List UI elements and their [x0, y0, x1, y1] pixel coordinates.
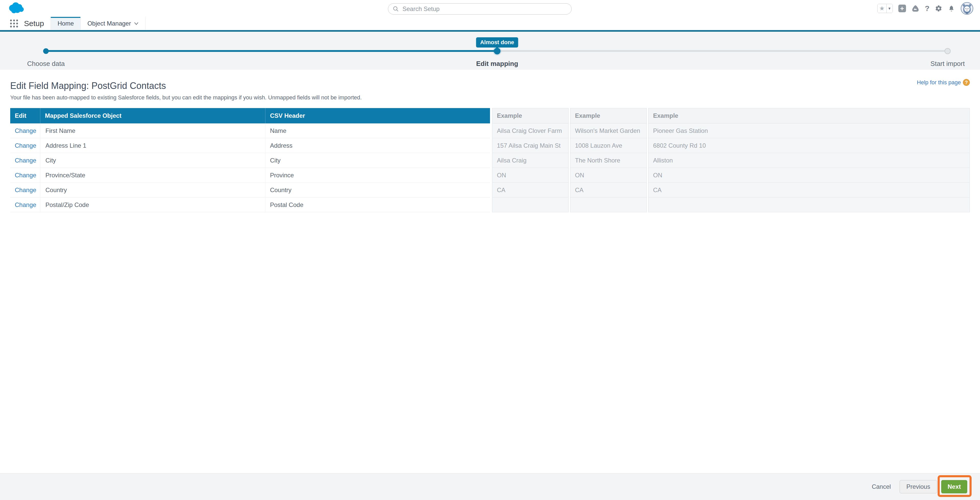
notifications-bell-icon[interactable] — [948, 5, 955, 12]
example-cell: The North Shore — [570, 153, 647, 168]
example-cell — [648, 198, 970, 212]
csv-header-cell: Name — [266, 123, 490, 138]
search-setup-box — [388, 3, 572, 14]
column-gap — [490, 138, 492, 153]
column-gap — [490, 198, 492, 212]
table-row: ChangeAddress Line 1Address157 Ailsa Cra… — [10, 138, 970, 153]
edit-cell: Change — [10, 198, 40, 212]
salesforce-cloud-logo — [7, 1, 25, 15]
example-cell: CA — [648, 183, 970, 198]
favorites-combo-button: ★ ▼ — [877, 4, 893, 13]
edit-cell: Change — [10, 153, 40, 168]
example-cell: Wilson's Market Garden — [570, 123, 647, 138]
chevron-down-icon — [134, 22, 138, 25]
quick-create-plus-icon[interactable]: + — [898, 5, 906, 12]
edit-cell: Change — [10, 168, 40, 183]
example-cell: Ailsa Craig Clover Farm — [492, 123, 569, 138]
help-for-this-page-link[interactable]: Help for this page ? — [917, 79, 970, 86]
progress-track-fill — [46, 50, 497, 52]
change-link[interactable]: Change — [15, 157, 36, 164]
column-gap — [490, 108, 492, 123]
step-label-choose-data: Choose data — [27, 60, 65, 68]
example-cell: Alliston — [648, 153, 970, 168]
mapped-salesforce-object-cell: Postal/Zip Code — [40, 198, 266, 212]
mapped-salesforce-object-cell: Address Line 1 — [40, 138, 266, 153]
column-header-csv-header: CSV Header — [266, 108, 490, 123]
table-body: ChangeFirst NameNameAilsa Craig Clover F… — [10, 123, 970, 212]
almost-done-badge: Almost done — [476, 37, 518, 48]
help-question-icon[interactable]: ? — [925, 4, 929, 13]
tab-object-manager[interactable]: Object Manager — [81, 17, 145, 30]
csv-header-cell: Province — [266, 168, 490, 183]
csv-header-cell: Postal Code — [266, 198, 490, 212]
table-row: ChangeCountryCountryCACACA — [10, 183, 970, 198]
column-gap — [490, 183, 492, 198]
page-description: Your file has been auto-mapped to existi… — [10, 94, 970, 101]
csv-header-cell: Country — [266, 183, 490, 198]
help-circle-icon: ? — [963, 79, 970, 86]
table-row: ChangeProvince/StateProvinceONONON — [10, 168, 970, 183]
setup-app-label: Setup — [24, 19, 44, 28]
tab-object-manager-label: Object Manager — [87, 20, 131, 27]
user-avatar[interactable] — [961, 2, 974, 15]
step-dot-edit-mapping — [494, 48, 501, 54]
csv-header-cell: Address — [266, 138, 490, 153]
column-header-example-1: Example — [492, 108, 569, 123]
example-cell: 157 Ailsa Craig Main St — [492, 138, 569, 153]
column-header-mapped-object: Mapped Salesforce Object — [40, 108, 266, 123]
help-link-label: Help for this page — [917, 79, 961, 86]
table-row: ChangePostal/Zip CodePostal Code — [10, 198, 970, 212]
tab-home[interactable]: Home — [51, 17, 81, 30]
search-icon — [393, 6, 399, 12]
change-link[interactable]: Change — [15, 172, 36, 179]
setup-gear-icon[interactable] — [935, 5, 942, 12]
mapped-salesforce-object-cell: City — [40, 153, 266, 168]
step-dot-choose-data — [43, 48, 49, 54]
step-label-edit-mapping: Edit mapping — [476, 60, 518, 68]
edit-cell: Change — [10, 123, 40, 138]
example-cell: 1008 Lauzon Ave — [570, 138, 647, 153]
example-cell: ON — [570, 168, 647, 183]
example-cell: CA — [570, 183, 647, 198]
import-progress-panel: Almost done Choose data Edit mapping Sta… — [0, 30, 980, 70]
setup-nav-bar: Setup Home Object Manager — [0, 17, 980, 30]
example-cell: ON — [648, 168, 970, 183]
edit-cell: Change — [10, 183, 40, 198]
table-header-row: Edit Mapped Salesforce Object CSV Header… — [10, 108, 970, 123]
header-icon-cluster: ★ ▼ + ? — [877, 0, 974, 17]
change-link[interactable]: Change — [15, 142, 36, 149]
column-gap — [490, 168, 492, 183]
column-gap — [490, 153, 492, 168]
global-header: ★ ▼ + ? — [0, 0, 980, 17]
example-cell: Pioneer Gas Station — [648, 123, 970, 138]
example-cell — [570, 198, 647, 212]
footer-action-bar: Cancel Previous Next — [0, 473, 980, 500]
column-gap — [490, 123, 492, 138]
column-header-edit: Edit — [10, 108, 40, 123]
example-cell: Ailsa Craig — [492, 153, 569, 168]
next-button[interactable]: Next — [941, 480, 967, 494]
previous-button[interactable]: Previous — [900, 480, 937, 494]
table-row: ChangeFirst NameNameAilsa Craig Clover F… — [10, 123, 970, 138]
change-link[interactable]: Change — [15, 201, 36, 208]
page-title: Edit Field Mapping: PostGrid Contacts — [10, 80, 970, 91]
search-input[interactable] — [402, 5, 567, 13]
trailhead-icon[interactable] — [912, 5, 919, 12]
app-launcher-waffle-icon[interactable] — [10, 19, 18, 28]
example-cell: CA — [492, 183, 569, 198]
favorites-star-icon[interactable]: ★ — [878, 4, 886, 13]
favorites-caret-icon[interactable]: ▼ — [886, 4, 892, 13]
mapped-salesforce-object-cell: First Name — [40, 123, 266, 138]
example-cell: 6802 County Rd 10 — [648, 138, 970, 153]
step-dot-start-import — [945, 48, 951, 54]
step-label-start-import: Start import — [931, 60, 965, 68]
example-cell — [492, 198, 569, 212]
change-link[interactable]: Change — [15, 187, 36, 194]
csv-header-cell: City — [266, 153, 490, 168]
example-cell: ON — [492, 168, 569, 183]
cancel-button[interactable]: Cancel — [872, 483, 891, 490]
mapped-salesforce-object-cell: Province/State — [40, 168, 266, 183]
field-mapping-table: Edit Mapped Salesforce Object CSV Header… — [10, 108, 970, 212]
column-header-example-2: Example — [570, 108, 647, 123]
change-link[interactable]: Change — [15, 127, 36, 134]
